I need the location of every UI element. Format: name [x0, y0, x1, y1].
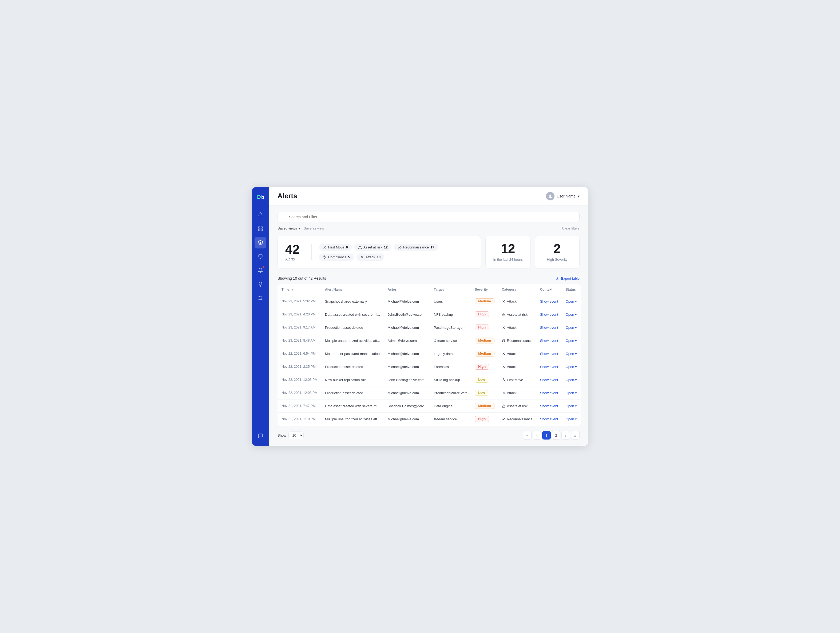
show-event-button[interactable]: Show event: [540, 417, 558, 421]
svg-point-20: [398, 247, 399, 248]
svg-point-11: [261, 298, 262, 298]
table-row: Nov 23, 2021, 9:17 AM Production asset d…: [278, 321, 581, 334]
stats-tags: First Move 6 Asset at risk 12 Reconn: [319, 244, 474, 261]
cell-target: Forensics: [430, 360, 471, 373]
cell-actor: Sherlock.Dolmes@delv...: [384, 399, 430, 413]
sidebar-item-sliders[interactable]: [254, 292, 266, 304]
total-label: Alerts: [285, 257, 295, 261]
status-open-button[interactable]: Open ▾: [566, 404, 577, 408]
stat-tag-first-move[interactable]: First Move 6: [319, 244, 352, 251]
next-page-button[interactable]: ›: [561, 431, 570, 439]
search-input[interactable]: [289, 215, 575, 219]
col-time[interactable]: Time ▼: [278, 284, 321, 295]
cell-time: Nov 22, 2021, 12:03 PM: [278, 387, 321, 399]
cell-actor: Michael@delve.com: [384, 321, 430, 334]
show-event-button[interactable]: Show event: [540, 365, 558, 369]
cell-status[interactable]: Open ▾: [562, 308, 581, 321]
cell-actor: Michael@delve.com: [384, 360, 430, 373]
status-open-button[interactable]: Open ▾: [566, 313, 577, 317]
cell-status[interactable]: Open ▾: [562, 334, 581, 347]
sidebar-item-shield[interactable]: [254, 251, 266, 262]
show-event-button[interactable]: Show event: [540, 404, 558, 408]
cell-context[interactable]: Show event: [536, 360, 562, 373]
status-open-button[interactable]: Open ▾: [566, 378, 577, 382]
show-event-button[interactable]: Show event: [540, 352, 558, 356]
sidebar-item-chat[interactable]: [254, 430, 266, 442]
cell-context[interactable]: Show event: [536, 295, 562, 308]
cell-status[interactable]: Open ▾: [562, 387, 581, 399]
cell-context[interactable]: Show event: [536, 308, 562, 321]
cell-time: Nov 21, 2021, 7:47 PM: [278, 399, 321, 413]
status-open-button[interactable]: Open ▾: [566, 339, 577, 343]
cell-context[interactable]: Show event: [536, 387, 562, 399]
show-event-button[interactable]: Show event: [540, 325, 558, 330]
cell-status[interactable]: Open ▾: [562, 373, 581, 387]
stats-24h-number: 12: [501, 242, 515, 255]
page-2-button[interactable]: 2: [552, 431, 561, 439]
status-open-button[interactable]: Open ▾: [566, 417, 577, 421]
cell-alert-name: Production asset deleted: [321, 321, 384, 334]
table-row: Nov 23, 2021, 4:20 PM Data asset created…: [278, 308, 581, 321]
stat-tag-reconnaissance[interactable]: Reconnaissance 17: [394, 244, 438, 251]
col-alert-name: Alert Name: [321, 284, 384, 295]
last-page-button[interactable]: »: [571, 431, 579, 439]
stat-tag-attack[interactable]: Attack 13: [357, 254, 385, 261]
cell-status[interactable]: Open ▾: [562, 413, 581, 426]
show-event-button[interactable]: Show event: [540, 300, 558, 303]
cell-category: Attack: [498, 360, 536, 373]
severity-badge: High: [475, 364, 489, 369]
svg-rect-2: [259, 229, 260, 231]
prev-page-button[interactable]: ‹: [533, 431, 541, 439]
sidebar-item-bell-alert[interactable]: [254, 264, 266, 276]
sidebar-bottom: [254, 430, 266, 442]
stat-tag-asset-at-risk[interactable]: Asset at risk 12: [354, 244, 392, 251]
page-1-button[interactable]: 1: [542, 431, 551, 439]
cell-category: Reconnaissance: [498, 413, 536, 426]
show-event-button[interactable]: Show event: [540, 313, 558, 317]
svg-marker-4: [258, 240, 263, 243]
first-page-button[interactable]: «: [523, 431, 532, 439]
stat-tag-compliance[interactable]: Compliance 5: [319, 254, 354, 261]
cell-status[interactable]: Open ▾: [562, 360, 581, 373]
search-bar[interactable]: [278, 212, 579, 222]
cell-alert-name: Master user password manipulation: [321, 347, 384, 360]
user-menu[interactable]: User Name ▾: [546, 192, 579, 200]
stats-row: 42 Alerts First Move 6: [278, 236, 579, 269]
cell-context[interactable]: Show event: [536, 321, 562, 334]
clear-filters-button[interactable]: Clear filters: [562, 226, 579, 230]
per-page-select[interactable]: 10 25 50: [289, 431, 304, 439]
cell-context[interactable]: Show event: [536, 413, 562, 426]
cell-context[interactable]: Show event: [536, 347, 562, 360]
show-event-button[interactable]: Show event: [540, 391, 558, 395]
svg-point-40: [503, 379, 504, 379]
cell-context[interactable]: Show event: [536, 334, 562, 347]
logo[interactable]: Dig: [255, 192, 266, 202]
status-open-button[interactable]: Open ▾: [566, 325, 577, 330]
sidebar-item-layers[interactable]: [254, 237, 266, 248]
status-open-button[interactable]: Open ▾: [566, 365, 577, 369]
saved-views-button[interactable]: Saved views ▾: [278, 226, 300, 230]
export-button[interactable]: Export table: [556, 276, 579, 281]
cell-status[interactable]: Open ▾: [562, 347, 581, 360]
cell-severity: Low: [471, 373, 498, 387]
severity-badge: Medium: [475, 338, 494, 343]
show-event-button[interactable]: Show event: [540, 378, 558, 382]
cell-context[interactable]: Show event: [536, 373, 562, 387]
status-open-button[interactable]: Open ▾: [566, 352, 577, 356]
cell-category: Attack: [498, 387, 536, 399]
cell-status[interactable]: Open ▾: [562, 321, 581, 334]
status-open-button[interactable]: Open ▾: [566, 300, 577, 303]
sidebar-item-bulb[interactable]: [254, 278, 266, 290]
show-event-button[interactable]: Show event: [540, 339, 558, 343]
sidebar-item-grid[interactable]: [254, 223, 266, 235]
svg-point-23: [324, 256, 325, 257]
cell-status[interactable]: Open ▾: [562, 295, 581, 308]
cell-context[interactable]: Show event: [536, 399, 562, 413]
sidebar-item-bell[interactable]: [254, 209, 266, 221]
cell-status[interactable]: Open ▾: [562, 399, 581, 413]
status-open-button[interactable]: Open ▾: [566, 391, 577, 395]
chevron-down-icon: ▾: [575, 339, 577, 343]
col-target: Target: [430, 284, 471, 295]
topbar: Alerts User Name ▾: [269, 187, 588, 205]
save-as-view-button[interactable]: Save as view: [304, 226, 324, 230]
